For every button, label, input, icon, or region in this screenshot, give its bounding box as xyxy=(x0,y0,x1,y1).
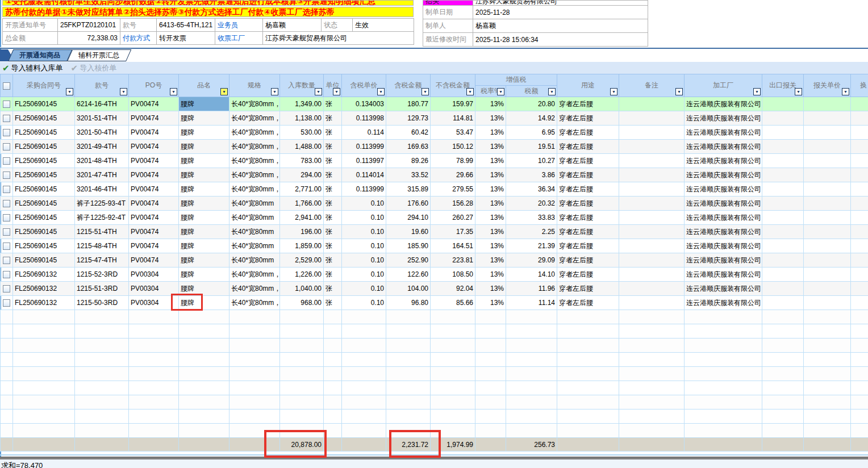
filter-icon[interactable]: ▼ xyxy=(795,88,802,95)
cell-amount[interactable]: 60.42 xyxy=(386,126,431,140)
cell-conv[interactable] xyxy=(851,140,868,154)
cell-declare-price[interactable] xyxy=(804,154,851,168)
cell-factory[interactable]: 连云港顺庆服装有限公司 xyxy=(685,253,762,268)
cell-price[interactable]: 0.10 xyxy=(342,225,386,239)
cell-amount[interactable]: 19.60 xyxy=(386,225,431,239)
table-row[interactable]: FL250690145 3201-49-4TH PV00474 腰牌 长40*宽… xyxy=(1,140,868,154)
cell-style[interactable]: 裤子1225-92-4T xyxy=(75,211,129,225)
table-row[interactable]: FL250690145 3201-48-4TH PV00474 腰牌 长40*宽… xyxy=(1,154,868,168)
cell-usage[interactable]: 穿者左后腰 xyxy=(557,97,619,111)
cell-export[interactable] xyxy=(762,197,804,211)
table-row[interactable]: FL250690145 裤子1225-92-4T PV00474 腰牌 长40*… xyxy=(1,211,868,225)
cell-amount[interactable]: 33.52 xyxy=(386,168,431,182)
cell-qty[interactable]: 1,349.00 xyxy=(280,97,324,111)
filter-icon[interactable]: ▼ xyxy=(675,88,683,95)
table-row[interactable]: FL250690132 1215-50-3RD PV00304 腰牌 长40*宽… xyxy=(1,296,868,310)
cell-price[interactable]: 0.113999 xyxy=(342,182,386,197)
cell-amount[interactable]: 315.89 xyxy=(386,182,431,197)
cell-name[interactable]: 腰牌 xyxy=(179,282,229,296)
table-row[interactable]: FL250690145 1215-47-4TH PV00474 腰牌 长40*宽… xyxy=(1,253,868,268)
cell-name[interactable]: 腰牌 xyxy=(179,225,229,239)
cell-qty[interactable]: 294.00 xyxy=(280,168,324,182)
cell-conv[interactable] xyxy=(851,253,868,268)
cell-factory[interactable]: 连云港顺庆服装有限公司 xyxy=(685,168,762,182)
cell-tax-amount[interactable]: 21.39 xyxy=(506,239,557,253)
cell-spec[interactable]: 长40*宽80mm， xyxy=(229,154,280,168)
cell-factory[interactable]: 连云港顺庆服装有限公司 xyxy=(685,154,762,168)
cell-net[interactable]: 108.50 xyxy=(431,268,475,282)
cell-contract[interactable]: FL250690145 xyxy=(13,211,75,225)
row-checkbox[interactable] xyxy=(3,143,10,151)
row-checkbox[interactable] xyxy=(3,172,10,179)
row-checkbox[interactable] xyxy=(3,186,10,193)
cell-export[interactable] xyxy=(762,225,804,239)
cell-declare-price[interactable] xyxy=(804,197,851,211)
cell-tax-amount[interactable]: 36.34 xyxy=(506,182,557,197)
cell-style[interactable]: 裤子1225-93-4T xyxy=(75,197,129,211)
cell-usage[interactable]: 穿者左后腰 xyxy=(557,197,619,211)
cell-tax-amount[interactable]: 14.92 xyxy=(506,111,557,126)
col-header-style[interactable]: 款号▼ xyxy=(75,74,129,97)
cell-qty[interactable]: 1,040.00 xyxy=(280,282,324,296)
cell-spec[interactable]: 长40*宽80mm xyxy=(229,211,280,225)
cell-conv[interactable] xyxy=(851,239,868,253)
cell-name[interactable]: 腰牌 xyxy=(179,126,229,140)
cell-unit[interactable]: 张 xyxy=(324,268,342,282)
cell-tax-amount[interactable]: 19.51 xyxy=(506,140,557,154)
cell-spec[interactable]: 长40*宽80mm， xyxy=(229,111,280,126)
col-header-net[interactable]: 不含税金额▼ xyxy=(431,74,475,97)
row-checkbox[interactable] xyxy=(3,129,10,136)
cell-po[interactable]: PV00474 xyxy=(129,253,179,268)
cell-remark[interactable] xyxy=(619,140,685,154)
cell-qty[interactable]: 1,766.00 xyxy=(280,197,324,211)
cell-po[interactable]: PV00474 xyxy=(129,211,179,225)
salesman-label[interactable]: 业务员 xyxy=(215,19,263,32)
cell-qty[interactable]: 968.00 xyxy=(280,296,324,310)
cell-qty[interactable]: 2,941.00 xyxy=(280,211,324,225)
filter-icon[interactable]: ▼ xyxy=(548,88,556,95)
cell-conv[interactable] xyxy=(851,211,868,225)
cell-amount[interactable]: 180.77 xyxy=(386,97,431,111)
cell-tax-rate[interactable]: 13% xyxy=(475,239,506,253)
cell-tax-amount[interactable]: 20.80 xyxy=(506,97,557,111)
cell-export[interactable] xyxy=(762,126,804,140)
cell-style[interactable]: 1215-52-3RD xyxy=(75,268,129,282)
cell-net[interactable]: 92.04 xyxy=(431,282,475,296)
cell-price[interactable]: 0.10 xyxy=(342,197,386,211)
cell-remark[interactable] xyxy=(619,253,685,268)
cell-remark[interactable] xyxy=(619,97,685,111)
cell-name[interactable]: 腰牌 xyxy=(179,168,229,182)
cell-factory[interactable]: 连云港顺庆服装有限公司 xyxy=(685,239,762,253)
cell-amount[interactable]: 294.10 xyxy=(386,211,431,225)
cell-remark[interactable] xyxy=(619,197,685,211)
cell-name[interactable]: 腰牌 xyxy=(179,111,229,126)
cell-po[interactable]: PV00304 xyxy=(129,268,179,282)
cell-tax-rate[interactable]: 13% xyxy=(475,111,506,126)
cell-contract[interactable]: FL250690132 xyxy=(13,282,75,296)
cell-net[interactable]: 78.99 xyxy=(431,154,475,168)
row-checkbox[interactable] xyxy=(3,200,10,207)
col-header-tax-amount[interactable]: 税额▼ xyxy=(506,86,557,97)
cell-name[interactable]: 腰牌 xyxy=(179,182,229,197)
import-inbound-button[interactable]: ✔ 导入辅料入库单 xyxy=(2,63,63,73)
cell-amount[interactable]: 89.26 xyxy=(386,154,431,168)
cell-contract[interactable]: FL250690145 xyxy=(13,168,75,182)
cell-remark[interactable] xyxy=(619,111,685,126)
cell-factory[interactable]: 连云港顺庆服装有限公司 xyxy=(685,282,762,296)
cell-tax-rate[interactable]: 13% xyxy=(475,126,506,140)
cell-unit[interactable]: 张 xyxy=(324,97,342,111)
cell-factory[interactable]: 连云港顺庆服装有限公司 xyxy=(685,140,762,154)
filter-icon[interactable]: ▼ xyxy=(466,88,474,95)
cell-tax-rate[interactable]: 13% xyxy=(475,282,506,296)
cell-contract[interactable]: FL250690145 xyxy=(13,225,75,239)
cell-amount[interactable]: 169.63 xyxy=(386,140,431,154)
cell-style[interactable]: 3201-48-4TH xyxy=(75,154,129,168)
cell-remark[interactable] xyxy=(619,126,685,140)
cell-tax-amount[interactable]: 10.27 xyxy=(506,154,557,168)
cell-tax-rate[interactable]: 13% xyxy=(475,182,506,197)
filter-icon[interactable]: ▼ xyxy=(377,88,385,95)
col-header-export[interactable]: 出口报关▼ xyxy=(762,74,804,97)
cell-declare-price[interactable] xyxy=(804,97,851,111)
cell-name[interactable]: 腰牌 xyxy=(179,97,229,111)
cell-usage[interactable]: 穿者左后腰 xyxy=(557,239,619,253)
